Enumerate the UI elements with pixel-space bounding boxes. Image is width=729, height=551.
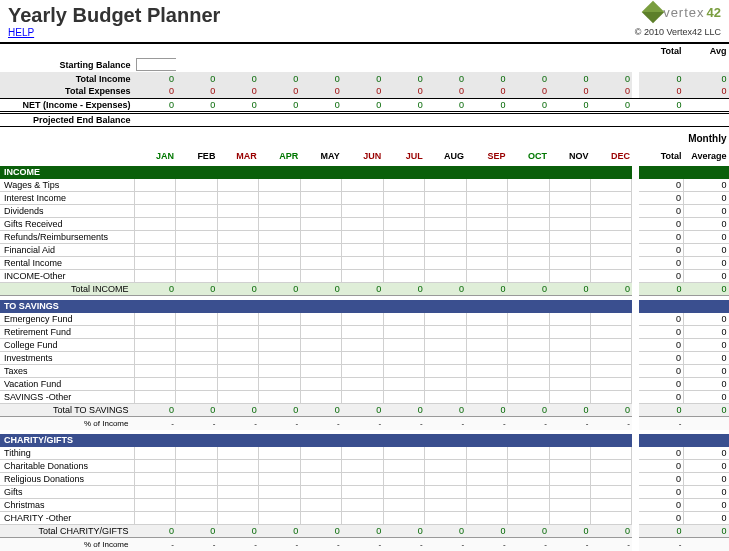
row-label[interactable]: INCOME-Other: [0, 270, 134, 283]
month-jan: JAN: [134, 145, 175, 162]
row-label[interactable]: CHARITY -Other: [0, 512, 134, 525]
copyright-text: © 2010 Vertex42 LLC: [635, 27, 721, 38]
section-charitygifts: CHARITY/GIFTS: [0, 434, 632, 447]
section-total-label: Total TO SAVINGS: [0, 404, 134, 417]
row-label[interactable]: Gifts: [0, 486, 134, 499]
row-label[interactable]: Religious Donations: [0, 473, 134, 486]
row-label[interactable]: College Fund: [0, 339, 134, 352]
month-oct: OCT: [508, 145, 549, 162]
average-column-header: Average: [684, 145, 729, 162]
row-label[interactable]: Rental Income: [0, 257, 134, 270]
summary-avg-header: Avg: [684, 44, 729, 57]
total-income-label: Total Income: [0, 72, 134, 85]
section-income: INCOME: [0, 166, 632, 179]
month-apr: APR: [259, 145, 300, 162]
row-label[interactable]: Vacation Fund: [0, 378, 134, 391]
pct-of-income-label: % of Income: [0, 538, 134, 551]
row-label[interactable]: Christmas: [0, 499, 134, 512]
row-label[interactable]: Taxes: [0, 365, 134, 378]
total-expenses-label: Total Expenses: [0, 85, 134, 98]
month-mar: MAR: [217, 145, 258, 162]
month-dec: DEC: [590, 145, 632, 162]
monthly-header: Monthly: [684, 126, 729, 145]
row-label[interactable]: Charitable Donations: [0, 460, 134, 473]
projected-label: Projected End Balance: [0, 112, 134, 126]
section-tosavings: TO SAVINGS: [0, 300, 632, 313]
page-title: Yearly Budget Planner: [8, 4, 220, 27]
vertex42-logo: vertex42: [645, 4, 721, 20]
row-label[interactable]: Tithing: [0, 447, 134, 460]
row-label[interactable]: Gifts Received: [0, 218, 134, 231]
starting-balance-label: Starting Balance: [0, 57, 134, 72]
month-jul: JUL: [383, 145, 424, 162]
month-aug: AUG: [425, 145, 466, 162]
row-label[interactable]: Financial Aid: [0, 244, 134, 257]
pct-of-income-label: % of Income: [0, 417, 134, 430]
row-label[interactable]: Interest Income: [0, 192, 134, 205]
row-label[interactable]: SAVINGS -Other: [0, 391, 134, 404]
section-total-label: Total CHARITY/GIFTS: [0, 525, 134, 538]
row-label[interactable]: Investments: [0, 352, 134, 365]
row-label[interactable]: Retirement Fund: [0, 326, 134, 339]
help-link[interactable]: HELP: [8, 27, 34, 38]
month-may: MAY: [300, 145, 341, 162]
month-nov: NOV: [549, 145, 590, 162]
month-jun: JUN: [342, 145, 383, 162]
summary-total-header: Total: [639, 44, 684, 57]
month-feb: FEB: [176, 145, 217, 162]
logo-mark-icon: [642, 1, 665, 24]
starting-balance-input[interactable]: [136, 58, 175, 71]
row-label[interactable]: Wages & Tips: [0, 179, 134, 192]
budget-table: TotalAvgStarting BalanceTotal Income0000…: [0, 44, 729, 551]
total-column-header: Total: [639, 145, 684, 162]
row-label[interactable]: Refunds/Reimbursements: [0, 231, 134, 244]
row-label[interactable]: Emergency Fund: [0, 313, 134, 326]
month-sep: SEP: [466, 145, 507, 162]
section-total-label: Total INCOME: [0, 283, 134, 296]
net-label: NET (Income - Expenses): [0, 98, 134, 112]
row-label[interactable]: Dividends: [0, 205, 134, 218]
